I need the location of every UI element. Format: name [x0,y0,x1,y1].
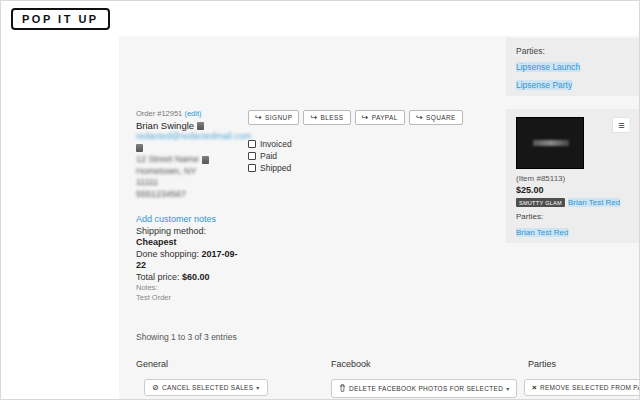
item-color-link[interactable]: Brian Test Red [568,198,620,207]
done-shopping: Done shopping: 2017-09-22 [136,249,242,272]
notes-label: Notes: [136,283,242,293]
section-heading-parties: Parties [528,359,556,369]
party-link-lipsense-launch[interactable]: Lipsense Launch [516,62,580,72]
address-line-3: 11111 [136,177,158,187]
x-icon: × [532,384,537,391]
invoiced-row: Invoiced [248,138,463,150]
cancel-selected-sales-button[interactable]: ⊘ CANCEL SELECTED SALES ▾ [144,379,268,396]
item-price: $25.00 [516,185,639,195]
square-button-label: SQUARE [426,114,456,121]
status-checkbox-group: Invoiced Paid Shipped [248,138,463,174]
order-actions: ↪SIGNUP ↪BLESS ↪PAYPAL ↪SQUARE Invoiced … [248,110,463,174]
invoiced-checkbox[interactable] [248,140,256,148]
shipping-method-value: Cheapest [136,237,177,247]
top-bar: POP IT UP [1,1,639,36]
copy-icon[interactable] [197,122,204,130]
caret-down-icon: ▾ [506,385,509,392]
order-number-text: Order #12951 [136,109,182,118]
parties-panel: Parties: Lipsense Launch Lipsense Party [506,38,639,96]
party-link-lipsense-party[interactable]: Lipsense Party [516,80,572,90]
copy-icon[interactable] [136,144,143,152]
shipping-method-label: Shipping method: [136,226,242,238]
item-photo[interactable] [516,117,584,169]
copy-icon[interactable] [202,156,209,164]
item-badge: SMUTTY GLAM [516,198,565,207]
signup-button-label: SIGNUP [265,114,292,121]
parties-panel-label: Parties: [516,46,639,56]
customer-name: Brian Swingle [136,120,242,132]
brand-logo[interactable]: POP IT UP [11,8,110,30]
total-price-value: $60.00 [182,272,210,282]
paid-label: Paid [260,151,277,161]
customer-email-link[interactable]: redacted@redactedmail.com [136,131,251,141]
caret-down-icon: ▾ [256,384,259,391]
signup-button[interactable]: ↪SIGNUP [248,110,299,125]
delete-facebook-photos-label: DELETE FACEBOOK PHOTOS FOR SELECTED [349,385,503,392]
total-price: Total price: $60.00 [136,272,242,284]
share-icon: ↪ [255,115,262,121]
cancel-icon: ⊘ [152,384,159,391]
bless-button-label: BLESS [321,114,344,121]
section-heading-facebook: Facebook [331,359,371,369]
paid-row: Paid [248,150,463,162]
square-button[interactable]: ↪SQUARE [409,110,463,125]
remove-from-parties-button[interactable]: × REMOVE SELECTED FROM PARTIES [524,379,639,396]
address-line-1: 12 Street Name [136,154,199,164]
main-content: Order #12951 (edit) Brian Swingle redact… [119,36,639,399]
paypal-button-label: PAYPAL [372,114,398,121]
hamburger-icon: ≡ [618,119,624,131]
customer-name-text: Brian Swingle [136,120,194,131]
address-line-2: Hometown, NY [136,166,197,176]
shipped-row: Shipped [248,162,463,174]
paid-checkbox[interactable] [248,152,256,160]
payment-button-group: ↪SIGNUP ↪BLESS ↪PAYPAL ↪SQUARE [248,110,463,125]
order-info: Order #12951 (edit) Brian Swingle redact… [136,108,242,303]
item-number: (Item #85113) [516,174,639,183]
cancel-selected-sales-label: CANCEL SELECTED SALES [162,384,253,391]
remove-from-parties-label: REMOVE SELECTED FROM PARTIES [540,384,639,391]
order-number: Order #12951 (edit) [136,108,242,120]
item-photo-detail [533,140,569,146]
bless-button[interactable]: ↪BLESS [303,110,350,125]
add-customer-notes-link[interactable]: Add customer notes [136,214,216,224]
done-shopping-label: Done shopping: [136,249,199,259]
total-price-label: Total price: [136,272,180,282]
section-heading-general: General [136,359,168,369]
invoiced-label: Invoiced [260,139,292,149]
entries-count: Showing 1 to 3 of 3 entries [136,332,237,342]
share-icon: ↪ [362,115,369,121]
order-edit-link[interactable]: (edit) [184,109,201,118]
address-line-4: 5551234567 [136,189,186,199]
item-party-link[interactable]: Brian Test Red [516,228,568,237]
shipped-label: Shipped [260,163,291,173]
delete-facebook-photos-button[interactable]: DELETE FACEBOOK PHOTOS FOR SELECTED ▾ [331,379,517,398]
notes-value: Test Order [136,293,242,303]
trash-icon [339,384,346,393]
paypal-button[interactable]: ↪PAYPAL [355,110,405,125]
shipped-checkbox[interactable] [248,164,256,172]
item-card-partial [629,109,639,243]
item-parties-label: Parties: [516,212,639,221]
item-card: ≡ (Item #85113) $25.00 SMUTTY GLAM Brian… [506,109,639,243]
share-icon: ↪ [416,115,423,121]
share-icon: ↪ [310,115,317,121]
